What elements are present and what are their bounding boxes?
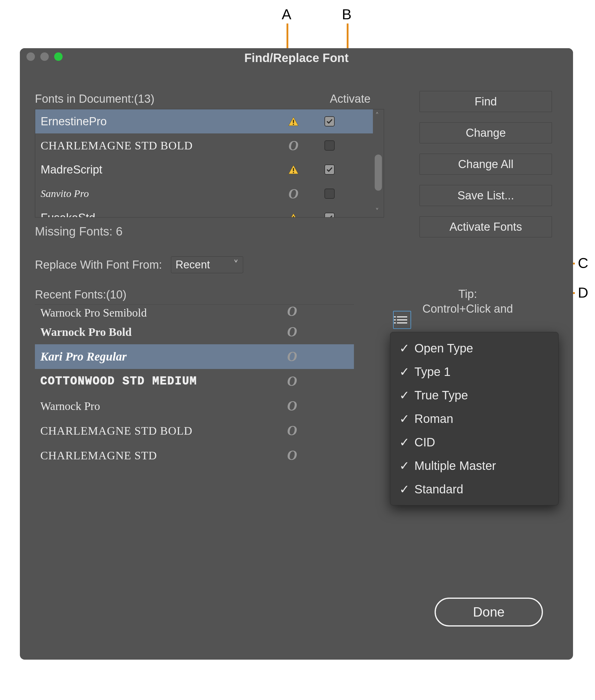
titlebar: Find/Replace Font (20, 48, 573, 67)
activate-checkbox[interactable] (324, 213, 335, 217)
popup-item[interactable]: ✓Roman (390, 407, 558, 430)
recent-fonts-list[interactable]: Warnock Pro SemiboldOWarnock Pro BoldOKa… (35, 304, 354, 468)
window-title: Find/Replace Font (20, 51, 573, 65)
activate-checkbox[interactable] (324, 189, 335, 199)
font-row[interactable]: FusakaStd (35, 206, 384, 217)
popup-item[interactable]: ✓Multiple Master (390, 454, 558, 477)
fonts-in-document-text: Fonts in Document: (35, 92, 134, 105)
popup-item-label: Standard (415, 483, 463, 496)
activate-checkbox[interactable] (324, 116, 335, 127)
popup-item[interactable]: ✓Open Type (390, 336, 558, 360)
opentype-icon: O (288, 138, 298, 154)
opentype-icon: O (287, 374, 297, 389)
popup-item[interactable]: ✓True Type (390, 383, 558, 407)
recent-font-type: O (287, 423, 297, 438)
activate-fonts-button[interactable]: Activate Fonts (420, 216, 552, 237)
chevron-down-icon: ˅ (233, 259, 239, 271)
opentype-icon: O (288, 186, 298, 202)
font-name: ErnestinePro (40, 115, 275, 128)
recent-font-row[interactable]: Warnock Pro SemiboldO (35, 304, 354, 320)
popup-item-label: CID (415, 435, 435, 449)
font-row[interactable]: CHARLEMAGNE STD BOLDO (35, 133, 384, 158)
popup-item[interactable]: ✓CID (390, 430, 558, 454)
check-icon: ✓ (399, 435, 408, 449)
recent-font-type: O (287, 398, 297, 414)
save-list-button[interactable]: Save List... (420, 185, 552, 206)
filter-list-icon (397, 316, 407, 323)
change-button[interactable]: Change (420, 122, 552, 143)
recent-font-row[interactable]: Warnock Pro BoldO (35, 320, 354, 344)
scroll-up-icon[interactable]: ˄ (375, 111, 379, 119)
recent-font-name: Warnock Pro (40, 399, 287, 413)
svg-rect-5 (293, 172, 294, 173)
done-button[interactable]: Done (434, 598, 543, 626)
recent-font-row[interactable]: CHARLEMAGNE STDO (35, 443, 354, 468)
callout-label-d: D (578, 284, 588, 301)
recent-font-type: O (287, 349, 297, 365)
recent-font-row[interactable]: CHARLEMAGNE STD BOLDO (35, 419, 354, 443)
activate-cell (311, 140, 348, 151)
activate-cell (311, 164, 348, 175)
fonts-list-scrollbar[interactable]: ˄ ˅ (373, 109, 384, 217)
popup-item-label: Multiple Master (415, 459, 496, 473)
recent-font-type: O (287, 447, 297, 463)
replace-with-label: Replace With Font From: (35, 259, 162, 271)
opentype-icon: O (287, 398, 297, 413)
warning-icon (288, 116, 299, 126)
activate-checkbox[interactable] (324, 140, 335, 151)
recent-font-row[interactable]: Warnock ProO (35, 394, 354, 419)
recent-font-type: O (287, 373, 297, 389)
font-row[interactable]: Sanvito ProO (35, 182, 384, 206)
fonts-in-document-count: (13) (134, 92, 154, 105)
check-icon: ✓ (399, 459, 408, 473)
warning-icon (288, 165, 299, 174)
popup-item-label: True Type (415, 388, 468, 402)
recent-fonts-count: (10) (106, 288, 127, 301)
find-button[interactable]: Find (420, 91, 552, 112)
font-row[interactable]: MadreScript (35, 158, 384, 182)
font-name: Sanvito Pro (40, 188, 275, 199)
popup-item[interactable]: ✓Type 1 (390, 360, 558, 383)
opentype-icon: O (287, 304, 297, 319)
recent-font-name: Kari Pro Regular (40, 349, 287, 364)
font-row[interactable]: ErnestinePro (35, 109, 384, 133)
svg-rect-1 (293, 120, 294, 123)
right-buttons-column: Find Change Change All Save List... Acti… (420, 91, 552, 237)
warning-icon (288, 213, 299, 217)
missing-fonts-label: Missing Fonts: 6 (35, 225, 390, 238)
left-column: Fonts in Document: (13) Activate Ernesti… (35, 92, 390, 468)
font-filter-button[interactable] (393, 311, 411, 329)
recent-font-row[interactable]: Kari Pro RegularO (35, 344, 354, 369)
change-all-button[interactable]: Change All (420, 154, 552, 175)
scroll-thumb[interactable] (375, 155, 382, 191)
tip-line-2: Control+Click and (393, 301, 543, 316)
popup-item-label: Type 1 (415, 365, 451, 379)
popup-item[interactable]: ✓Standard (390, 477, 558, 501)
dialog-content: Fonts in Document: (13) Activate Ernesti… (20, 67, 573, 659)
svg-rect-7 (293, 216, 294, 217)
replace-source-select[interactable]: Recent ˅ (171, 256, 243, 273)
recent-fonts-label: Recent Fonts:(10) (35, 288, 390, 301)
svg-rect-4 (293, 168, 294, 171)
tip-line-1: Tip: (393, 287, 543, 301)
font-type-indicator: O (275, 186, 311, 202)
activate-header: Activate (330, 92, 370, 105)
recent-font-row[interactable]: COTTONWOOD STD MEDIUMO (35, 369, 354, 394)
fonts-in-document-list[interactable]: ErnestinePro CHARLEMAGNE STD BOLDOMadreS… (35, 109, 384, 217)
activate-cell (311, 189, 348, 199)
font-type-indicator (275, 165, 311, 174)
activate-checkbox[interactable] (324, 164, 335, 175)
font-type-filter-popup[interactable]: ✓Open Type✓Type 1✓True Type✓Roman✓CID✓Mu… (390, 332, 559, 505)
recent-fonts-text: Recent Fonts: (35, 288, 106, 301)
activate-cell (311, 116, 348, 127)
scroll-down-icon[interactable]: ˅ (375, 207, 379, 215)
check-icon: ✓ (399, 365, 408, 379)
recent-font-type: O (287, 304, 297, 319)
replace-source-value: Recent (175, 259, 210, 271)
recent-font-name: COTTONWOOD STD MEDIUM (40, 375, 287, 388)
recent-font-name: Warnock Pro Semibold (40, 306, 287, 319)
check-icon: ✓ (399, 341, 408, 355)
font-name: MadreScript (40, 163, 275, 176)
replace-with-row: Replace With Font From: Recent ˅ (35, 256, 390, 273)
font-name: FusakaStd (40, 211, 275, 218)
